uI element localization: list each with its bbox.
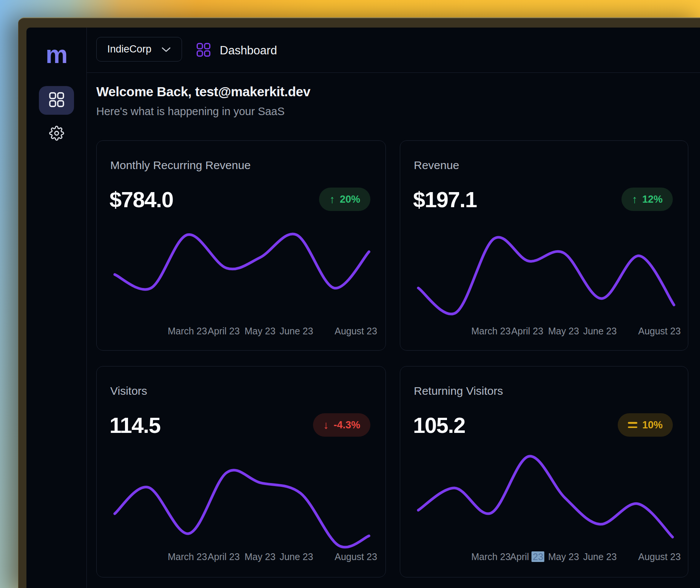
dashboard-app: m: [26, 28, 700, 588]
x-axis-label: March 23: [168, 551, 207, 562]
arrow-up-icon: ↑: [632, 194, 637, 205]
x-axis-label: May 23: [548, 551, 579, 562]
card-value: 105.2: [413, 413, 465, 438]
sidebar-item-settings[interactable]: [49, 126, 64, 142]
card-value: 114.5: [109, 413, 160, 438]
trend-badge: ↑ ↓ 10%: [618, 413, 673, 437]
x-axis-label: June 23: [279, 326, 313, 337]
topbar: IndieCorp: [87, 28, 700, 73]
x-axis-label: August 23: [638, 551, 681, 562]
x-axis-label-prefix: April: [510, 551, 532, 562]
x-axis-label: August 23: [335, 326, 377, 337]
card-monthly-recurring-revenue: Monthly Recurring Revenue $784.0 ↑ ↓ 20%…: [96, 140, 386, 351]
line-chart: [409, 449, 688, 566]
x-axis-labels: March 23 April 23 May 23 June 23 August …: [409, 551, 688, 564]
x-axis-label: May 23: [245, 551, 276, 562]
page-subtitle: Here's what is happening in your SaaS: [96, 105, 285, 118]
x-axis-label: March 23: [168, 326, 207, 337]
card-title: Monthly Recurring Revenue: [110, 159, 251, 172]
card-title: Returning Visitors: [414, 385, 503, 397]
chevron-down-icon: [161, 43, 171, 55]
team-selector-label: IndieCorp: [107, 43, 151, 55]
x-axis-label: May 23: [245, 326, 276, 337]
trend-badge: ↑ ↓ 20%: [319, 188, 370, 211]
x-axis-label: April 23: [208, 551, 240, 562]
equals-icon: [628, 422, 637, 428]
sidebar-item-dashboard[interactable]: [39, 86, 74, 115]
page-title: Welcome Back, test@makerkit.dev: [96, 84, 310, 99]
x-axis-label: March 23: [471, 326, 510, 337]
makerkit-logo[interactable]: m: [26, 42, 87, 67]
badge-label: 12%: [642, 194, 663, 205]
arrow-up-icon: ↑: [329, 194, 335, 205]
sidebar: m: [26, 28, 87, 588]
breadcrumb-label: Dashboard: [220, 44, 277, 57]
x-axis-label: April 23: [208, 326, 240, 337]
main-area: IndieCorp: [87, 28, 700, 588]
badge-label: 10%: [642, 419, 663, 431]
line-chart: [105, 223, 384, 340]
x-axis-label: April 23: [511, 326, 543, 337]
grid-icon: [49, 92, 65, 109]
card-revenue: Revenue $197.1 ↑ ↓ 12% March 23 April 23…: [400, 140, 688, 351]
card-title: Visitors: [110, 385, 147, 397]
x-axis-label: June 23: [583, 551, 617, 562]
trend-badge: ↑ ↓ -4.3%: [313, 413, 370, 437]
trend-badge: ↑ ↓ 12%: [621, 188, 673, 211]
team-selector-button[interactable]: IndieCorp: [96, 37, 182, 62]
x-axis-label: June 23: [583, 326, 617, 337]
x-axis-label: May 23: [548, 326, 579, 337]
selected-text: 23: [532, 551, 544, 562]
x-axis-labels: March 23 April 23 May 23 June 23 August …: [105, 551, 384, 564]
badge-label: 20%: [340, 194, 360, 205]
x-axis-labels: March 23 April 23 May 23 June 23 August …: [105, 326, 384, 339]
breadcrumb-dashboard[interactable]: Dashboard: [196, 43, 277, 58]
x-axis-labels: March 23 April 23 May 23 June 23 August …: [409, 326, 688, 339]
badge-label: -4.3%: [333, 419, 360, 431]
x-axis-label-selected: April 23: [510, 551, 544, 562]
line-chart: [409, 223, 688, 340]
card-returning-visitors: Returning Visitors 105.2 ↑ ↓ 10% March 2…: [400, 366, 688, 577]
card-visitors: Visitors 114.5 ↑ ↓ -4.3% March 23 April …: [96, 366, 386, 577]
x-axis-label: March 23: [471, 551, 510, 562]
x-axis-label: August 23: [638, 326, 681, 337]
x-axis-label: August 23: [335, 551, 377, 562]
card-title: Revenue: [414, 159, 459, 172]
gear-icon: [49, 126, 64, 142]
line-chart: [105, 449, 384, 566]
grid-icon: [196, 43, 211, 58]
x-axis-label: June 23: [279, 551, 313, 562]
card-value: $784.0: [109, 187, 173, 212]
app-window: m: [18, 17, 700, 588]
arrow-down-icon: ↓: [323, 420, 329, 431]
card-value: $197.1: [413, 187, 476, 212]
